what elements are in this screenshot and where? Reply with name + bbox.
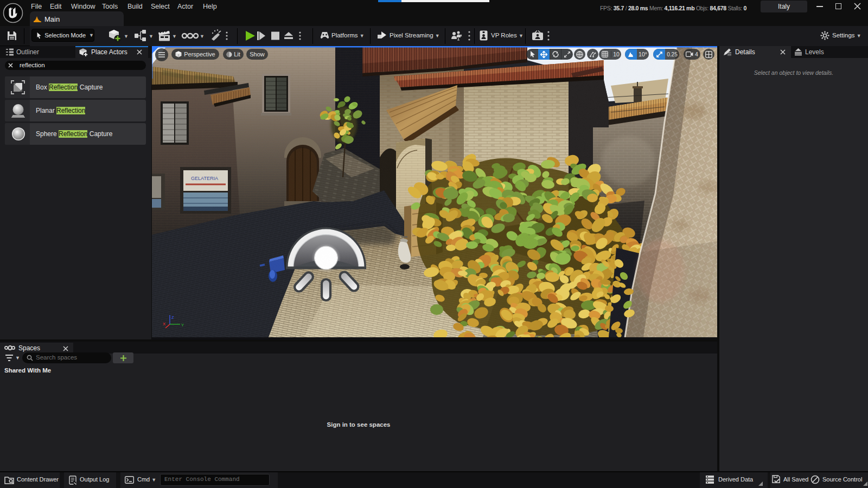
svg-text:▼: ▼ — [200, 34, 205, 39]
svg-text:▼: ▼ — [172, 34, 177, 39]
svg-text:▼: ▼ — [124, 34, 129, 39]
svg-text:▼: ▼ — [149, 34, 154, 39]
